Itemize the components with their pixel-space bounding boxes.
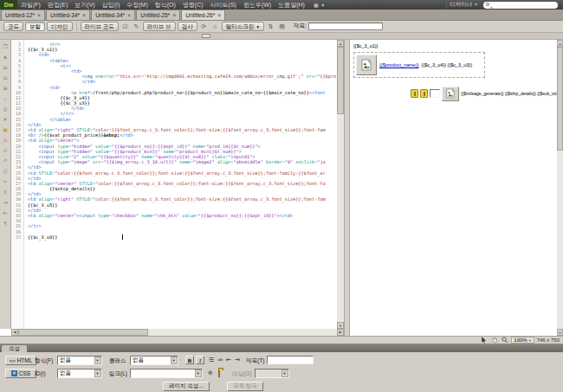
- menu-item-3[interactable]: 삽입(I): [99, 0, 124, 10]
- w3c-validation-icon[interactable]: ✎: [132, 22, 141, 31]
- tab-close-icon[interactable]: ×: [217, 12, 221, 18]
- split-view-button[interactable]: 분할: [25, 22, 45, 31]
- hand-tool-icon[interactable]: [490, 337, 498, 344]
- wrap-tag-icon[interactable]: ⟨⟩: [1, 167, 10, 176]
- outdent-icon[interactable]: ⇤: [1, 209, 10, 217]
- id-select[interactable]: 없음 ▼: [57, 369, 102, 378]
- code-editor[interactable]: <tr>{{$c_3_u1}} <td> <table> <tr> <td> <…: [24, 40, 337, 329]
- zoom-tool-icon[interactable]: [501, 337, 508, 344]
- indent-icon[interactable]: ⇥: [1, 198, 10, 207]
- format-source-icon[interactable]: ¶: [1, 219, 10, 228]
- tab-properties[interactable]: 속성: [2, 345, 27, 352]
- broken-image-icon[interactable]: [356, 55, 377, 75]
- document-tab[interactable]: Untitled-12*×: [1, 10, 45, 20]
- title-input[interactable]: [267, 356, 314, 364]
- document-tab[interactable]: Untitled-34*×: [46, 10, 90, 20]
- move-css-icon[interactable]: ≡: [1, 188, 10, 196]
- code-navigator-chip-icon[interactable]: [202, 34, 210, 38]
- document-tab[interactable]: Untitled-25*×: [136, 10, 180, 20]
- code-navigator-icon[interactable]: ◈: [1, 53, 10, 61]
- code-view-button[interactable]: 코드: [3, 22, 23, 31]
- multiscreen-button[interactable]: 멀티스크린▼: [222, 22, 264, 31]
- outdent-icon[interactable]: ⇤: [225, 356, 232, 364]
- window-size-indicator[interactable]: 746 x 750: [537, 337, 560, 343]
- scroll-down-icon[interactable]: ▼: [557, 329, 563, 336]
- quantity-input[interactable]: [430, 89, 440, 98]
- indent-icon[interactable]: ⇥: [234, 356, 241, 364]
- format-select[interactable]: 없음 ▼: [57, 356, 102, 365]
- syntax-error-alerts-icon[interactable]: ⚠: [1, 136, 10, 145]
- tab-close-icon[interactable]: ×: [82, 12, 86, 18]
- workspace-switcher[interactable]: 디자이너 ▼: [450, 1, 478, 9]
- css-mode-button[interactable]: # CSS: [5, 369, 36, 378]
- link-combo[interactable]: ▼: [130, 369, 203, 378]
- page-properties-button[interactable]: 페이지 속성...: [163, 382, 210, 391]
- menu-item-8[interactable]: 윈도우(W): [240, 0, 275, 10]
- class-select[interactable]: 없음 ▼: [130, 356, 178, 365]
- menu-item-0[interactable]: 파일(F): [17, 0, 44, 10]
- html-mode-button[interactable]: <> HTML: [5, 356, 36, 365]
- balance-braces-icon[interactable]: {}: [1, 105, 10, 113]
- code-horizontal-scrollbar[interactable]: ◀ ▶: [11, 329, 344, 336]
- select-parent-tag-icon[interactable]: ⌂: [1, 94, 10, 103]
- collapse-full-tag-icon[interactable]: ⊟: [1, 63, 10, 72]
- point-to-file-icon[interactable]: ⊕: [208, 369, 213, 377]
- magnification-select[interactable]: 100% ▼: [511, 337, 534, 344]
- design-vertical-scrollbar[interactable]: ▲ ▼: [557, 40, 563, 336]
- live-code-button[interactable]: 라이브 코드: [81, 22, 119, 31]
- check-browser-compatibility-icon[interactable]: ☑: [120, 22, 130, 31]
- italic-button[interactable]: I: [196, 356, 204, 364]
- scroll-up-icon[interactable]: ▲: [557, 40, 563, 47]
- split-view-divider[interactable]: [344, 40, 350, 336]
- preview-icon[interactable]: ⌂: [210, 22, 220, 31]
- highlight-invalid-code-icon[interactable]: ▣: [1, 125, 10, 134]
- document-tab[interactable]: Untitled-34*×: [91, 10, 135, 20]
- hidden-field-marker-icon[interactable]: [411, 89, 418, 98]
- hidden-field-marker-icon[interactable]: [420, 89, 428, 98]
- menu-item-4[interactable]: 수정(M): [123, 0, 152, 10]
- scroll-left-icon[interactable]: ◀: [11, 329, 18, 336]
- menu-item-6[interactable]: 명령(C): [179, 0, 207, 10]
- recent-snippets-icon[interactable]: ✂: [1, 177, 10, 186]
- menu-item-2[interactable]: 보기(V): [71, 0, 98, 10]
- code-line[interactable]: <td STYLE="color:{{$font_array.c_3.font_…: [28, 170, 337, 176]
- bold-button[interactable]: B: [185, 356, 194, 364]
- refresh-icon[interactable]: ⟳: [199, 22, 209, 31]
- scroll-right-icon[interactable]: ▶: [337, 329, 344, 336]
- expand-all-icon[interactable]: ⊞: [1, 84, 10, 93]
- code-line[interactable]: <td align="center"><input type="checkbox…: [28, 213, 337, 218]
- code-line[interactable]: {{$c_3_u0}}: [28, 235, 337, 240]
- unordered-list-icon[interactable]: ☰: [208, 356, 215, 364]
- dreamweaver-logo[interactable]: Dw: [0, 0, 17, 10]
- file-management-icon[interactable]: ⇅: [266, 22, 275, 31]
- line-numbers-icon[interactable]: #: [1, 115, 10, 124]
- select-tool-icon[interactable]: [480, 337, 488, 344]
- layout-switcher-icon[interactable]: ▦ ▾: [314, 2, 325, 8]
- browse-folder-icon[interactable]: [218, 370, 220, 377]
- tab-close-icon[interactable]: ×: [172, 12, 176, 18]
- table-cell-outline[interactable]: {{$product_name}} {{$c_3_u4}} {{$c_3_u3}…: [353, 52, 485, 78]
- menu-item-9[interactable]: 도움말(H): [275, 0, 308, 10]
- code-vertical-scrollbar[interactable]: ▲ ▼: [337, 40, 344, 329]
- code-line[interactable]: <input type="image" src="{{$img_array.c_…: [28, 159, 337, 164]
- scrollbar-thumb[interactable]: [18, 329, 148, 336]
- code-line[interactable]: <td align="right" STYLE="color:{{$font_a…: [28, 196, 337, 202]
- scrollbar-thumb[interactable]: [337, 47, 344, 114]
- remove-comment-icon[interactable]: /*: [1, 157, 10, 165]
- tab-close-icon[interactable]: ×: [37, 12, 41, 18]
- broken-image-icon[interactable]: [442, 87, 459, 101]
- product-name-link[interactable]: {{$product_name}}: [379, 62, 419, 67]
- scroll-down-icon[interactable]: ▼: [337, 322, 344, 329]
- menu-item-1[interactable]: 편집(E): [44, 0, 71, 10]
- collapse-selection-icon[interactable]: ⊡: [1, 74, 10, 82]
- scrollbar-thumb[interactable]: [557, 47, 563, 151]
- open-documents-icon[interactable]: ❐: [1, 42, 10, 51]
- ordered-list-icon[interactable]: ≔: [217, 356, 223, 364]
- design-view-button[interactable]: 디자인: [47, 22, 73, 31]
- design-view[interactable]: {{$c_3_u1}} {{$product_name}} {{$c_3_u4}…: [350, 40, 557, 336]
- document-tab[interactable]: Untitled-26*×: [181, 10, 225, 20]
- live-view-button[interactable]: 라이브 뷰: [143, 22, 176, 31]
- view-options-icon[interactable]: ▤: [277, 22, 287, 31]
- search-input[interactable]: [483, 2, 558, 9]
- inspect-button[interactable]: 검사: [178, 22, 197, 31]
